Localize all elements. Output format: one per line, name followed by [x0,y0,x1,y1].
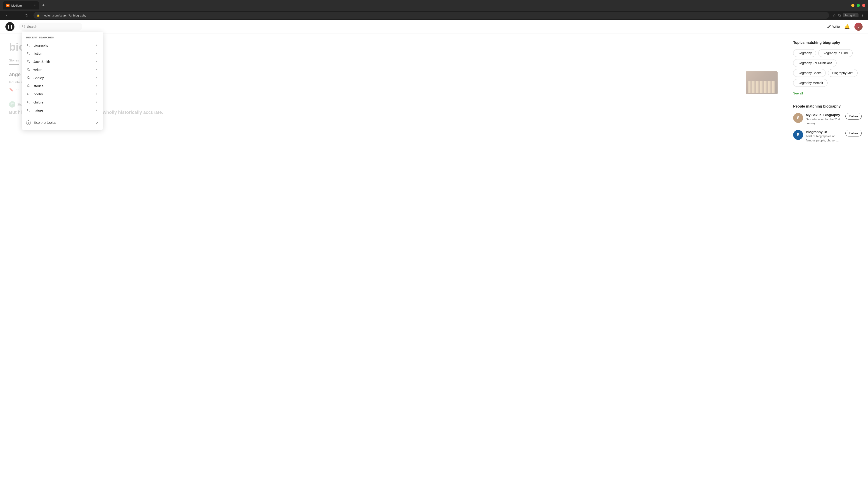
bookmark-icon[interactable]: ☆ [833,13,836,18]
search-bar[interactable]: Search [19,23,82,31]
avatar-image: U [855,23,863,31]
explore-icon: ⊕ [26,121,31,125]
svg-line-15 [29,87,30,88]
logo[interactable] [5,22,14,31]
search-item-stories[interactable]: stories × [22,82,103,90]
split-view-icon[interactable]: ⧉ [838,13,841,18]
remove-writer-btn[interactable]: × [94,67,98,72]
maximize-btn[interactable]: □ [857,4,860,7]
remove-poetry-btn[interactable]: × [94,92,98,96]
search-item-icon-poetry [26,92,31,96]
search-item-jacksmith[interactable]: Jack Smith × [22,57,103,66]
svg-line-13 [29,78,30,79]
active-tab[interactable]: Medium × [3,1,39,9]
avatar[interactable]: U [855,23,863,31]
search-item-text-fiction: fiction [33,52,91,55]
menu-icon[interactable]: ⋮ [861,13,864,18]
search-item-biography[interactable]: biography × [22,41,103,49]
article-row-1: ange Your Life led into stories that off… [9,71,778,94]
follow-btn-2[interactable]: Follow [845,130,862,136]
topic-biography-in-hindi[interactable]: Biography In Hindi [818,49,852,57]
person-info-2: Biography Of A list of biographies of fa… [806,130,843,142]
security-icon: 🔒 [37,14,40,17]
forward-btn[interactable]: › [13,12,20,19]
search-item-children[interactable]: children × [22,98,103,106]
svg-line-11 [29,70,30,71]
topic-biography-books[interactable]: Biography Books [793,69,826,77]
article-image-1 [746,71,778,94]
topic-biography-memoir[interactable]: Biography Memoir [793,79,828,87]
people-section: People matching biography S My Sexual Bi… [793,104,862,142]
search-item-fiction[interactable]: fiction × [22,49,103,57]
article-title-2: But historians don't treat that biograph… [9,109,778,115]
back-btn[interactable]: ‹ [4,12,10,19]
see-all-link[interactable]: See all [793,92,803,95]
svg-line-21 [29,111,30,112]
remove-jacksmith-btn[interactable]: × [94,59,98,64]
remove-nature-btn[interactable]: × [94,108,98,112]
app-header: Search Write 🔔 U RECENT SEARCHES biograp… [0,20,868,33]
minimize-btn[interactable]: — [851,4,855,7]
search-item-text-nature: nature [33,108,91,112]
tab-stories[interactable]: Stories [9,59,19,65]
write-label: Write [833,25,840,29]
person-avatar-1: S [793,113,803,123]
svg-line-9 [29,62,30,63]
svg-line-19 [29,103,30,104]
tab-close-btn[interactable]: × [34,4,36,7]
search-item-icon-shriley [26,75,31,80]
logo-bars [8,25,12,29]
header-actions: Write 🔔 U [827,23,863,31]
follow-btn-1[interactable]: Follow [845,113,862,120]
svg-rect-1 [8,5,9,6]
browser-address-bar: ‹ › ↻ 🔒 medium.com/search?q=biography ☆ … [0,11,868,20]
search-item-poetry[interactable]: poetry × [22,90,103,98]
bookmark-icon-1[interactable]: 🔖 [9,88,13,92]
explore-topics-item[interactable]: ⊕ Explore topics ↗ [22,118,103,127]
search-item-text-writer: writer [33,68,91,72]
search-item-writer[interactable]: writer × [22,66,103,74]
new-tab-btn[interactable]: + [40,2,46,8]
remove-biography-btn[interactable]: × [94,43,98,47]
logo-bar-2 [10,25,10,28]
author-avatar-2: ST [9,101,16,107]
topic-biography[interactable]: Biography [793,49,816,57]
topic-biography-for-musicians[interactable]: Biography For Musicians [793,59,837,67]
more-options-icon-1[interactable]: ··· [16,88,19,92]
address-url: medium.com/search?q=biography [42,14,86,17]
article-card-1: ange Your Life led into stories that off… [9,71,778,94]
article-excerpt-1: led into stories that offer haped the mo… [9,80,741,85]
page-heading: biography [9,41,778,53]
remove-stories-btn[interactable]: × [94,84,98,88]
search-item-icon-writer [26,67,31,72]
write-btn[interactable]: Write [827,25,840,29]
svg-line-3 [24,27,25,28]
remove-shriley-btn[interactable]: × [94,75,98,80]
people-section-title: People matching biography [793,104,862,108]
article-body-1: ange Your Life led into stories that off… [9,71,741,92]
person-name-1: My Sexual Biography [806,113,843,117]
bookshelf-visual [746,71,778,94]
person-avatar-2: B [793,130,803,140]
svg-line-7 [29,54,30,55]
close-btn[interactable]: × [862,4,865,7]
explore-arrow-icon: ↗ [96,121,98,125]
search-item-icon-children [26,100,31,104]
search-item-text-poetry: poetry [33,92,91,96]
search-item-text-stories: stories [33,84,91,88]
refresh-btn[interactable]: ↻ [24,12,30,19]
incognito-badge[interactable]: Incognito [843,13,859,18]
topic-biography-mint[interactable]: Biography Mint [828,69,858,77]
notification-btn[interactable]: 🔔 [844,24,850,29]
browser-tabs: Medium × + [3,0,847,11]
search-item-text-shriley: Shriley [33,76,91,80]
person-item-1: S My Sexual Biography Sex education for … [793,113,862,125]
search-item-nature[interactable]: nature × [22,106,103,114]
search-item-shriley[interactable]: Shriley × [22,74,103,82]
remove-fiction-btn[interactable]: × [94,51,98,56]
svg-line-17 [29,95,30,96]
remove-children-btn[interactable]: × [94,100,98,104]
search-dropdown: RECENT SEARCHES biography × fiction × Ja… [22,32,103,130]
person-desc-1: Sex education for the 21st century. [806,117,843,125]
address-input[interactable]: 🔒 medium.com/search?q=biography [33,12,829,19]
